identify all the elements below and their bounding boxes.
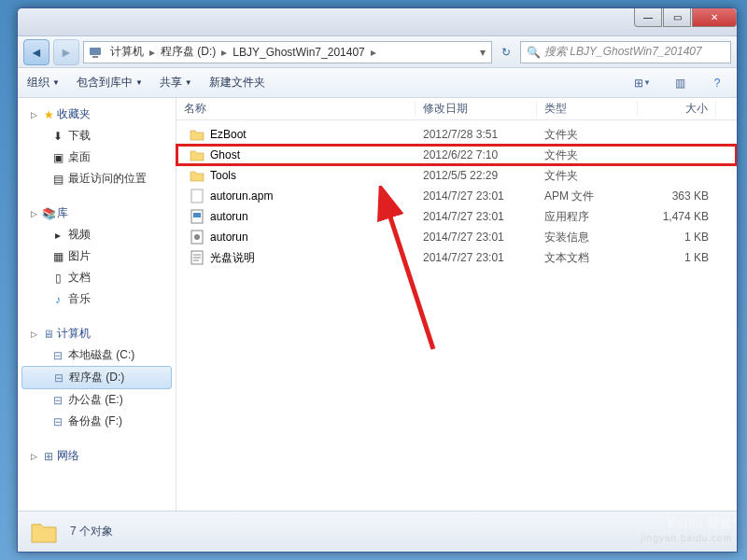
file-icon [190,250,204,265]
desktop-icon: ▣ [49,151,66,164]
content-area: ▷★收藏夹 ⬇下载 ▣桌面 ▤最近访问的位置 ▷📚库 ▸视频 ▦图片 ▯文档 ♪… [18,98,737,511]
search-input[interactable]: 🔍 搜索 LBJY_GhostWin7_201407 [520,41,731,63]
forward-button[interactable]: ► [53,39,79,65]
disk-icon: ⊟ [49,415,66,428]
status-count: 7 个对象 [70,524,113,539]
svg-point-8 [194,234,200,240]
chevron-right-icon: ▸ [369,46,378,59]
library-icon: 📚 [40,207,57,220]
file-row[interactable]: autorun2014/7/27 23:01安装信息1 KB [176,227,737,247]
folder-icon [190,168,204,183]
newfolder-button[interactable]: 新建文件夹 [209,75,265,91]
file-size: 1 KB [638,231,716,244]
sidebar-item-documents[interactable]: ▯文档 [18,267,176,288]
expand-icon: ▷ [31,209,40,218]
back-button[interactable]: ◄ [23,39,49,65]
file-row[interactable]: 光盘说明2014/7/27 23:01文本文档1 KB [176,247,737,268]
sidebar-item-music[interactable]: ♪音乐 [18,288,176,310]
breadcrumb[interactable]: 计算机▸ 程序盘 (D:)▸ LBJY_GhostWin7_201407▸ ▾ [83,41,492,63]
sidebar-item-disk-f[interactable]: ⊟备份盘 (F:) [18,411,176,432]
folder-icon [29,517,59,547]
maximize-button[interactable]: ▭ [663,8,691,27]
breadcrumb-part[interactable]: 程序盘 (D:) [157,44,219,60]
sidebar-item-disk-c[interactable]: ⊟本地磁盘 (C:) [18,344,176,366]
video-icon: ▸ [49,229,66,242]
refresh-button[interactable]: ↻ [496,46,516,59]
chevron-down-icon: ▼ [52,78,60,87]
chevron-right-icon: ▸ [219,46,229,59]
svg-rect-4 [191,189,203,203]
folder-icon [190,147,204,162]
sidebar-item-disk-d[interactable]: ⊟程序盘 (D:) [21,366,172,389]
sidebar-item-pictures[interactable]: ▦图片 [18,245,176,267]
watermark: Baidu 经验 jingyan.baidu.com [641,509,732,543]
close-button[interactable]: ✕ [692,8,737,27]
disk-icon: ⊟ [49,394,66,407]
titlebar[interactable]: — ▭ ✕ [18,8,737,36]
navbar: ◄ ► 计算机▸ 程序盘 (D:)▸ LBJY_GhostWin7_201407… [18,36,737,68]
file-date: 2012/7/28 3:51 [416,128,537,141]
chevron-down-icon: ▼ [185,78,192,87]
music-icon: ♪ [49,293,66,306]
file-row[interactable]: Ghost2012/6/22 7:10文件夹 [176,145,737,165]
file-date: 2012/5/5 22:29 [416,169,537,182]
file-size: 1,474 KB [638,210,716,223]
file-name: Ghost [210,148,240,161]
picture-icon: ▦ [49,250,66,263]
view-button[interactable]: ⊞ ▼ [632,74,653,92]
file-name: autorun [210,210,248,223]
sidebar-item-downloads[interactable]: ⬇下载 [18,125,176,147]
sidebar-item-videos[interactable]: ▸视频 [18,224,176,245]
column-name[interactable]: 名称 [176,101,416,117]
file-date: 2014/7/27 23:01 [416,231,537,244]
share-menu[interactable]: 共享 ▼ [160,75,192,91]
column-date[interactable]: 修改日期 [416,101,537,117]
file-row[interactable]: EzBoot2012/7/28 3:51文件夹 [176,124,737,145]
breadcrumb-part[interactable]: 计算机 [106,44,148,60]
search-icon: 🔍 [527,46,541,59]
recent-icon: ▤ [49,173,66,186]
file-size: 1 KB [638,251,716,264]
computer-icon [88,45,103,60]
file-icon [190,230,204,245]
preview-pane-button[interactable]: ▥ [669,74,690,92]
column-type[interactable]: 类型 [537,101,638,117]
file-date: 2014/7/27 23:01 [416,189,537,203]
star-icon: ★ [40,108,57,121]
sidebar-item-disk-e[interactable]: ⊟办公盘 (E:) [18,389,176,411]
minimize-button[interactable]: — [634,8,662,27]
download-icon: ⬇ [49,130,66,143]
toolbar: 组织 ▼ 包含到库中 ▼ 共享 ▼ 新建文件夹 ⊞ ▼ ▥ ? [18,68,737,98]
file-row[interactable]: autorun.apm2014/7/27 23:01APM 文件363 KB [176,186,737,206]
include-menu[interactable]: 包含到库中 ▼ [77,75,143,91]
file-row[interactable]: autorun2014/7/27 23:01应用程序1,474 KB [176,206,737,227]
disk-icon: ⊟ [49,349,66,362]
column-headers: 名称 修改日期 类型 大小 [176,98,737,120]
chevron-right-icon: ▸ [148,46,157,59]
folder-icon [190,127,204,142]
organize-menu[interactable]: 组织 ▼ [27,75,60,91]
network-icon: ⊞ [40,450,57,463]
file-icon [190,209,204,224]
breadcrumb-part[interactable]: LBJY_GhostWin7_201407 [229,46,368,59]
sidebar-item-recent[interactable]: ▤最近访问的位置 [18,168,176,189]
column-size[interactable]: 大小 [638,101,716,117]
file-type: 文件夹 [537,147,638,163]
sidebar-computer[interactable]: ▷🖥计算机 [18,323,176,344]
dropdown-icon[interactable]: ▾ [478,46,487,59]
sidebar-network[interactable]: ▷⊞网络 [18,445,176,467]
sidebar-favorites[interactable]: ▷★收藏夹 [18,104,176,125]
file-date: 2012/6/22 7:10 [416,148,537,161]
svg-rect-1 [92,56,98,58]
expand-icon: ▷ [31,329,40,339]
search-placeholder: 搜索 LBJY_GhostWin7_201407 [544,44,702,60]
help-button[interactable]: ? [707,74,727,92]
file-row[interactable]: Tools2012/5/5 22:29文件夹 [176,165,737,186]
expand-icon: ▷ [31,452,40,461]
file-name: autorun.apm [210,189,273,203]
sidebar-libraries[interactable]: ▷📚库 [18,203,176,224]
sidebar-item-desktop[interactable]: ▣桌面 [18,147,176,168]
expand-icon: ▷ [31,110,40,119]
file-type: 文本文档 [537,250,638,266]
file-date: 2014/7/27 23:01 [416,251,537,264]
